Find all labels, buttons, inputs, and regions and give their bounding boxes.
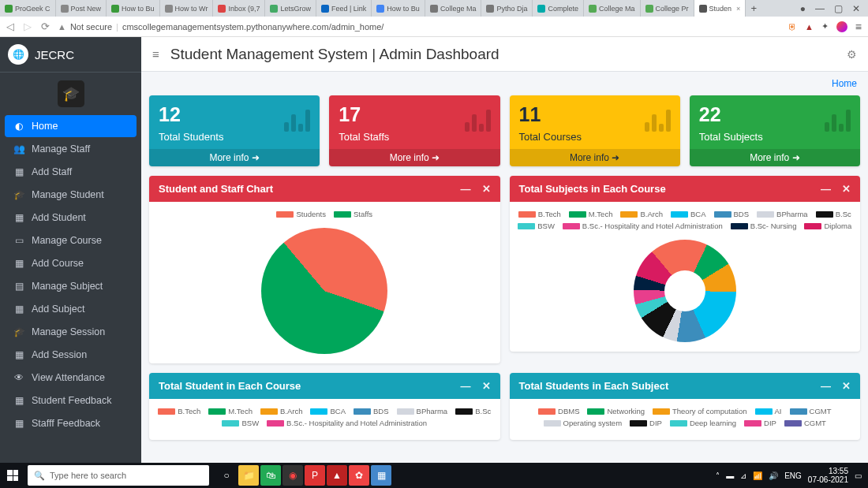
browser-tab[interactable]: How to Wr	[160, 0, 214, 17]
reload-icon[interactable]: ⟳	[41, 20, 50, 32]
battery-icon[interactable]: ▬	[726, 471, 734, 480]
notifications-icon[interactable]: ▭	[855, 471, 862, 480]
window-maximize-icon[interactable]: ▢	[834, 3, 843, 14]
legend-item: Staffs	[334, 210, 372, 218]
sidebar-item[interactable]: 👁View Attendance	[5, 367, 137, 389]
sidebar-item[interactable]: ▦Add Subject	[5, 298, 137, 320]
card-students-per-subject: Total Students in Each Subject — ✕ DBMSN…	[510, 373, 861, 440]
browser-tab[interactable]: How to Bu	[107, 0, 160, 17]
browser-tab[interactable]: Feed | Link	[316, 0, 372, 17]
browser-tab[interactable]: How to Bu	[372, 0, 425, 17]
sidebar-item[interactable]: 🎓Manage Student	[5, 184, 137, 206]
browser-tab[interactable]: Post New	[56, 0, 107, 17]
legend-item: B.Sc.- Hospitality and Hotel Administrat…	[563, 222, 723, 230]
clock-date[interactable]: 07-06-2021	[808, 475, 848, 484]
minimize-icon[interactable]: —	[821, 380, 831, 392]
tray-chevron-icon[interactable]: ˄	[716, 471, 720, 480]
stat-more-link[interactable]: More info ➜	[690, 149, 860, 166]
lock-icon: ▲	[58, 22, 66, 32]
chrome-minimize-icon[interactable]: ●	[800, 3, 806, 14]
browser-tab[interactable]: LetsGrow	[265, 0, 316, 17]
url-text[interactable]: cmscollegemanagementsystem.pythonanywher…	[122, 22, 383, 32]
app-icon[interactable]: ◉	[282, 465, 303, 486]
sidebar-item[interactable]: ◐Home	[5, 115, 137, 137]
breadcrumb-home[interactable]: Home	[832, 78, 857, 89]
browser-tab[interactable]: Inbox (9,7	[213, 0, 265, 17]
start-button[interactable]	[0, 470, 25, 481]
back-icon[interactable]: ◁	[6, 20, 14, 32]
minimize-icon[interactable]: —	[461, 380, 471, 392]
minimize-icon[interactable]: —	[821, 183, 831, 195]
sidebar-item[interactable]: ▤Manage Subject	[5, 275, 137, 297]
menu-icon: 🎓	[13, 189, 25, 200]
sidebar-item[interactable]: ▦Add Session	[5, 344, 137, 366]
app-icon[interactable]: P	[305, 465, 325, 486]
browser-tab[interactable]: College Ma	[584, 0, 641, 17]
close-icon[interactable]: ✕	[482, 183, 491, 195]
sidebar-item[interactable]: 👥Manage Staff	[5, 138, 137, 160]
browser-tab[interactable]: Pytho Dja	[481, 0, 533, 17]
wifi-icon[interactable]: 📶	[753, 471, 762, 480]
pdf-icon[interactable]: ▲	[327, 465, 347, 486]
menu-icon: 🎓	[13, 326, 25, 337]
store-icon[interactable]: 🛍	[260, 465, 281, 486]
legend-item: CGMT	[790, 407, 832, 415]
menu-icon: ▦	[13, 418, 25, 429]
menu-icon[interactable]: ≡	[855, 20, 862, 33]
close-icon[interactable]: ✕	[842, 183, 851, 195]
window-close-icon[interactable]: ✕	[852, 3, 860, 14]
cortana-icon[interactable]: ○	[216, 465, 237, 486]
warning-icon[interactable]: ▲	[805, 22, 814, 32]
brand-text: JECRC	[35, 48, 74, 61]
close-icon[interactable]: ✕	[482, 380, 491, 392]
brand[interactable]: 🌐 JECRC	[0, 37, 141, 73]
legend-item: M.Tech	[569, 210, 613, 218]
menu-icon: ▦	[13, 258, 25, 269]
close-icon[interactable]: ✕	[842, 380, 851, 392]
topbar: ≡ Student Management System | Admin Dash…	[141, 37, 868, 72]
forward-icon[interactable]: ▷	[24, 20, 32, 32]
stat-label: Total Staffs	[339, 131, 490, 143]
sidebar-item[interactable]: 🎓Manage Session	[5, 321, 137, 343]
legend-item: B.Sc- Nursing	[731, 222, 797, 230]
sidebar-item[interactable]: ▦Stafff Feedback	[5, 412, 137, 434]
explorer-icon[interactable]: 📁	[238, 465, 259, 486]
card-title: Total Students in Each Subject	[519, 380, 669, 392]
legend-item: DIP	[744, 419, 776, 427]
shield-icon[interactable]: ⛨	[788, 22, 797, 32]
minimize-icon[interactable]: —	[461, 183, 471, 195]
stat-more-link[interactable]: More info ➜	[510, 149, 680, 166]
gear-icon[interactable]: ⚙	[847, 48, 857, 61]
clock-time[interactable]: 13:55	[808, 467, 848, 475]
network-icon[interactable]: ⊿	[740, 471, 746, 480]
browser-tab[interactable]: ProGeek C	[0, 0, 56, 17]
sidebar-item[interactable]: ▦Add Staff	[5, 161, 137, 183]
sidebar-item[interactable]: ▦Add Course	[5, 252, 137, 274]
stat-more-link[interactable]: More info ➜	[149, 149, 320, 166]
new-tab-button[interactable]: +	[746, 2, 761, 14]
sidebar-item[interactable]: ▦Add Student	[5, 207, 137, 229]
browser-tab[interactable]: College Ma	[425, 0, 482, 17]
card-title: Total Subjects in Each Course	[519, 183, 666, 195]
page-title: Student Management System | Admin Dashbo…	[170, 46, 499, 63]
arrow-right-icon: ➜	[252, 152, 260, 163]
sidebar-item-label: View Attendance	[32, 372, 105, 383]
app-icon[interactable]: ✿	[349, 465, 369, 486]
browser-tab[interactable]: Complete	[533, 0, 584, 17]
hamburger-icon[interactable]: ≡	[152, 47, 159, 61]
extensions-icon[interactable]: ✦	[821, 21, 829, 32]
app-icon[interactable]: ▦	[371, 465, 391, 486]
sidebar-item-label: Student Feedback	[32, 395, 111, 406]
browser-tab[interactable]: College Pr	[641, 0, 694, 17]
browser-tab[interactable]: Studen×	[694, 0, 746, 17]
user-avatar-icon[interactable]: 🎓	[58, 80, 84, 107]
taskbar-search[interactable]: 🔍 Type here to search	[28, 465, 209, 486]
profile-icon[interactable]	[836, 21, 847, 32]
stat-more-link[interactable]: More info ➜	[329, 149, 499, 166]
sidebar-item[interactable]: ▦Student Feedback	[5, 389, 137, 412]
language-indicator[interactable]: ENG	[784, 471, 802, 480]
volume-icon[interactable]: 🔊	[769, 471, 778, 480]
menu-icon: ▦	[13, 349, 25, 360]
window-minimize-icon[interactable]: —	[815, 3, 825, 14]
sidebar-item[interactable]: ▭Manage Course	[5, 229, 137, 251]
